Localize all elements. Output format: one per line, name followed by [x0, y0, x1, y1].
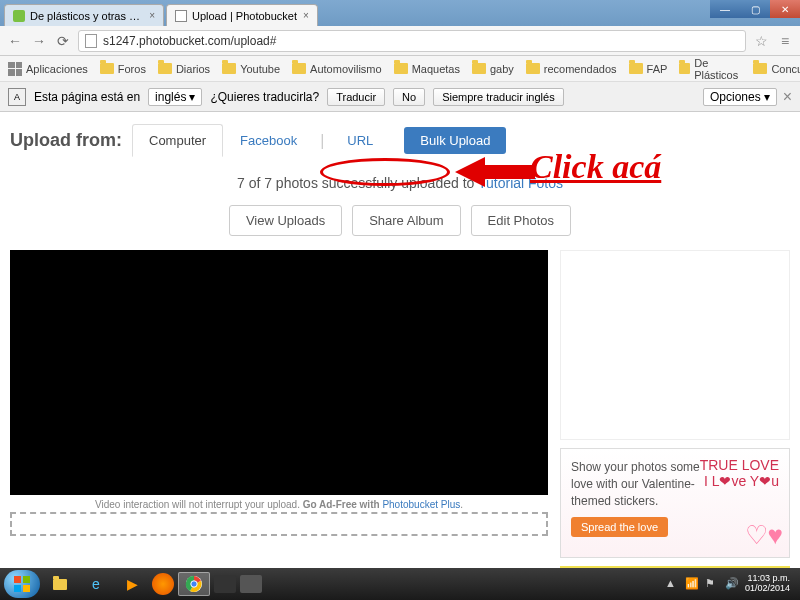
page-content: Upload from: Computer Facebook | URL Bul…	[0, 112, 800, 600]
translate-no-button[interactable]: No	[393, 88, 425, 106]
upload-dropzone[interactable]	[10, 512, 548, 536]
url-text: s1247.photobucket.com/upload#	[103, 34, 276, 48]
album-link[interactable]: Tutorial Fotos	[478, 175, 563, 191]
folder-icon	[394, 63, 408, 74]
tab-close-icon[interactable]: ×	[149, 10, 155, 21]
system-tray: ▲ 📶 ⚑ 🔊 11:03 p.m. 01/02/2014	[665, 574, 796, 594]
bookmark-folder[interactable]: Maquetas	[394, 63, 460, 75]
bookmarks-bar: Aplicaciones Foros Diarios Youtube Autom…	[0, 56, 800, 82]
reload-button[interactable]: ⟳	[54, 32, 72, 50]
bookmark-label: Maquetas	[412, 63, 460, 75]
tray-show-hidden-icon[interactable]: ▲	[665, 577, 679, 591]
translate-lang-select[interactable]: inglés▾	[148, 88, 202, 106]
page-icon	[85, 34, 97, 48]
maximize-button[interactable]: ▢	[740, 0, 770, 18]
svg-rect-3	[14, 585, 21, 592]
bookmark-folder[interactable]: Youtube	[222, 63, 280, 75]
bulk-upload-button[interactable]: Bulk Upload	[404, 127, 506, 154]
tab-inactive[interactable]: De plásticos y otras yerbas ×	[4, 4, 164, 26]
translate-close-icon[interactable]: ×	[783, 88, 792, 106]
svg-point-7	[191, 581, 197, 587]
bookmark-folder[interactable]: Diarios	[158, 63, 210, 75]
browser-tabstrip: De plásticos y otras yerbas × Upload | P…	[0, 0, 800, 26]
bookmark-folder[interactable]: Concursos	[753, 63, 800, 75]
main-columns: Video interaction will not interrupt you…	[10, 250, 790, 600]
translate-question: ¿Quieres traducirla?	[210, 90, 319, 104]
valentine-script: TRUE LOVE I L❤ve Y❤u	[700, 457, 779, 489]
action-buttons: View Uploads Share Album Edit Photos	[10, 205, 790, 236]
folder-icon	[753, 63, 767, 74]
translate-options-button[interactable]: Opciones▾	[703, 88, 777, 106]
translate-bar: A Esta página está en inglés▾ ¿Quieres t…	[0, 82, 800, 112]
separator: |	[314, 132, 330, 150]
svg-rect-1	[14, 576, 21, 583]
success-text: 7 of 7 photos successfully uploaded to	[237, 175, 478, 191]
windows-taskbar: e ▶ ▲ 📶 ⚑ 🔊 11:03 p.m. 01/02/2014	[0, 568, 800, 600]
script-line: TRUE LOVE	[700, 457, 779, 473]
bookmark-label: Automovilismo	[310, 63, 382, 75]
folder-icon	[222, 63, 236, 74]
tab-url[interactable]: URL	[330, 124, 390, 157]
taskbar-clock[interactable]: 11:03 p.m. 01/02/2014	[745, 574, 790, 594]
bookmark-folder[interactable]: recomendados	[526, 63, 617, 75]
tray-flag-icon[interactable]: ⚑	[705, 577, 719, 591]
bookmark-folder[interactable]: FAP	[629, 63, 668, 75]
tab-close-icon[interactable]: ×	[303, 10, 309, 21]
bookmark-folder[interactable]: Foros	[100, 63, 146, 75]
windows-logo-icon	[12, 574, 32, 594]
taskbar-app-icon[interactable]	[214, 575, 236, 593]
chevron-down-icon: ▾	[764, 90, 770, 104]
view-uploads-button[interactable]: View Uploads	[229, 205, 342, 236]
valentine-text: Show your photos some love with our Vale…	[571, 459, 701, 509]
video-player[interactable]	[10, 250, 548, 495]
forward-button[interactable]: →	[30, 32, 48, 50]
tab-title: Upload | Photobucket	[192, 10, 297, 22]
photobucket-plus-link[interactable]: Photobucket Plus	[382, 499, 460, 510]
taskbar-chrome-icon[interactable]	[178, 572, 210, 596]
upload-success-message: 7 of 7 photos successfully uploaded to T…	[10, 175, 790, 191]
apps-button[interactable]: Aplicaciones	[8, 62, 88, 76]
bookmark-folder[interactable]: gaby	[472, 63, 514, 75]
edit-photos-button[interactable]: Edit Photos	[471, 205, 572, 236]
taskbar-explorer-icon[interactable]	[44, 572, 76, 596]
minimize-button[interactable]: —	[710, 0, 740, 18]
taskbar-firefox-icon[interactable]	[152, 573, 174, 595]
bookmark-label: FAP	[647, 63, 668, 75]
apps-label: Aplicaciones	[26, 63, 88, 75]
address-bar: ← → ⟳ s1247.photobucket.com/upload# ☆ ≡	[0, 26, 800, 56]
taskbar-ie-icon[interactable]: e	[80, 572, 112, 596]
bookmark-folder[interactable]: Automovilismo	[292, 63, 382, 75]
sidebar-column: Show your photos some love with our Vale…	[560, 250, 790, 600]
options-text: Opciones	[710, 90, 761, 104]
translate-label: Esta página está en	[34, 90, 140, 104]
tray-network-icon[interactable]: 📶	[685, 577, 699, 591]
bookmark-folder[interactable]: De Plásticos	[679, 57, 741, 81]
taskbar-wmp-icon[interactable]: ▶	[116, 572, 148, 596]
translate-icon: A	[8, 88, 26, 106]
script-line: I L❤ve Y❤u	[700, 473, 779, 489]
bookmark-label: Diarios	[176, 63, 210, 75]
translate-always-button[interactable]: Siempre traducir inglés	[433, 88, 564, 106]
back-button[interactable]: ←	[6, 32, 24, 50]
start-button[interactable]	[4, 570, 40, 598]
upload-from-label: Upload from:	[10, 130, 122, 151]
tab-active[interactable]: Upload | Photobucket ×	[166, 4, 318, 26]
favicon-icon	[13, 10, 25, 22]
spread-love-button[interactable]: Spread the love	[571, 517, 668, 537]
folder-icon	[472, 63, 486, 74]
bookmark-star-icon[interactable]: ☆	[752, 32, 770, 50]
translate-button[interactable]: Traducir	[327, 88, 385, 106]
share-album-button[interactable]: Share Album	[352, 205, 460, 236]
lang-text: inglés	[155, 90, 186, 104]
folder-icon	[629, 63, 643, 74]
folder-icon	[100, 63, 114, 74]
tab-computer[interactable]: Computer	[132, 124, 223, 157]
url-input[interactable]: s1247.photobucket.com/upload#	[78, 30, 746, 52]
bookmark-label: Foros	[118, 63, 146, 75]
valentine-promo: Show your photos some love with our Vale…	[560, 448, 790, 558]
tray-volume-icon[interactable]: 🔊	[725, 577, 739, 591]
chrome-menu-icon[interactable]: ≡	[776, 32, 794, 50]
window-close-button[interactable]: ✕	[770, 0, 800, 18]
taskbar-app-icon[interactable]	[240, 575, 262, 593]
tab-facebook[interactable]: Facebook	[223, 124, 314, 157]
